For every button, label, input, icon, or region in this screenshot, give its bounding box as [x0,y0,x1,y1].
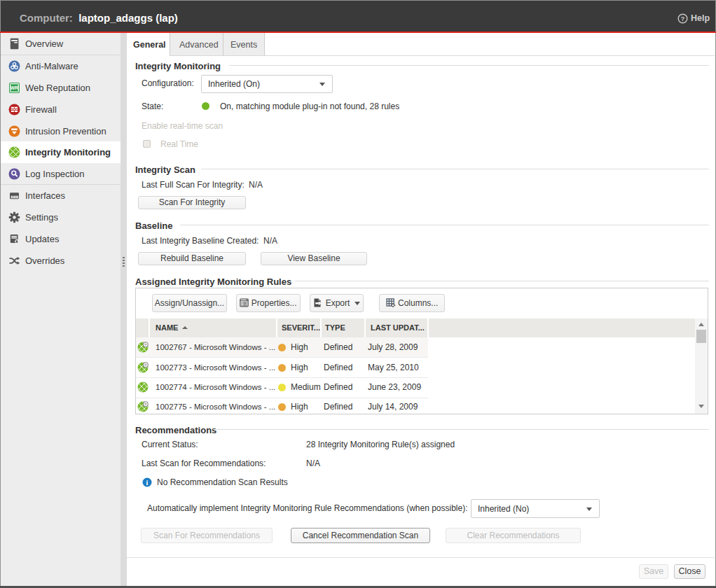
svg-text:WR: WR [11,85,19,90]
svg-text:?: ? [681,15,685,22]
svg-text:i: i [146,479,149,486]
